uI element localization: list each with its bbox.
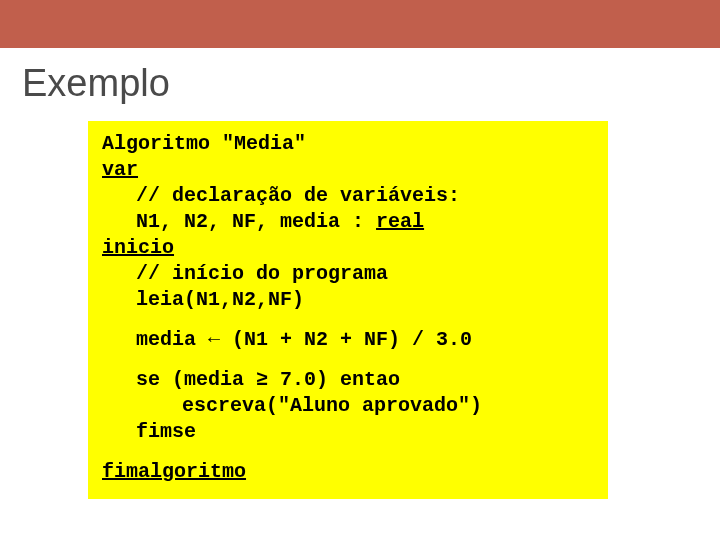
slide-title: Exemplo — [0, 48, 720, 115]
code-line: // início do programa — [102, 261, 594, 287]
algorithm-code-block: Algoritmo "Media" var // declaração de v… — [88, 121, 608, 499]
code-line: Algoritmo "Media" — [102, 131, 594, 157]
code-line: N1, N2, NF, media : real — [102, 209, 594, 235]
code-line: fimse — [102, 419, 594, 445]
spacer — [102, 313, 594, 327]
code-line: fimalgoritmo — [102, 459, 594, 485]
code-line: leia(N1,N2,NF) — [102, 287, 594, 313]
code-line: media ← (N1 + N2 + NF) / 3.0 — [102, 327, 594, 353]
code-line: se (media ≥ 7.0) entao — [102, 367, 594, 393]
code-line: // declaração de variáveis: — [102, 183, 594, 209]
code-line: escreva("Aluno aprovado") — [102, 393, 594, 419]
code-line: var — [102, 157, 594, 183]
slide-accent-bar — [0, 0, 720, 48]
code-text: N1, N2, NF, media : — [136, 210, 376, 233]
code-keyword: real — [376, 210, 424, 233]
code-line: inicio — [102, 235, 594, 261]
spacer — [102, 353, 594, 367]
spacer — [102, 445, 594, 459]
